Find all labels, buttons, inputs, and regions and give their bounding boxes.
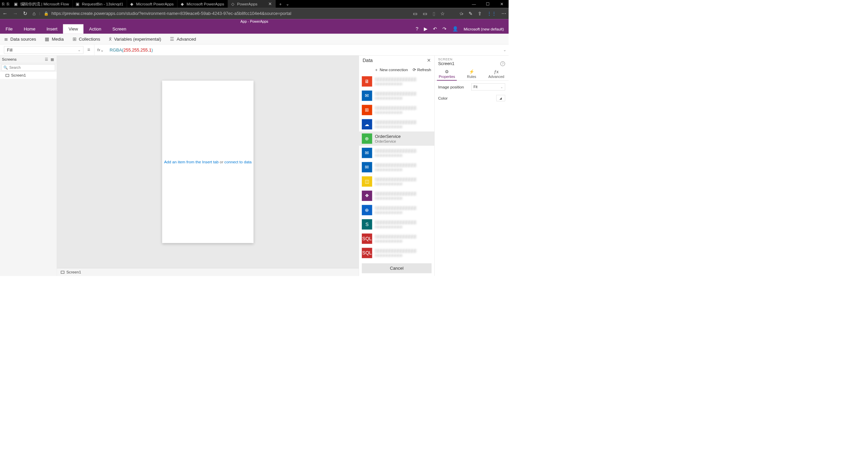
toolbar-data-sources[interactable]: ≣Data sources	[4, 36, 36, 42]
tree-item-label: Screen1	[11, 73, 26, 78]
refresh-button[interactable]: ↻	[23, 11, 27, 17]
screens-search[interactable]: 🔍 Search	[2, 64, 55, 71]
connector-orderservice[interactable]: ⊕OrderServiceOrderService	[359, 131, 434, 146]
connector-item[interactable]: ⊕	[359, 203, 434, 217]
connector-icon: S	[362, 219, 372, 229]
prop-tab-properties[interactable]: ⚙Properties	[435, 67, 459, 80]
refresh-connections-button[interactable]: ⟳Refresh	[413, 67, 431, 72]
ribbon-tab-file[interactable]: File	[0, 24, 18, 34]
user-icon[interactable]: 👤	[452, 26, 458, 32]
close-window-button[interactable]: ✕	[495, 0, 509, 8]
window-controls: — ☐ ✕	[467, 0, 509, 8]
help-button[interactable]: ?	[416, 26, 418, 32]
formula-input[interactable]: RGBA(255, 255, 255, 1)	[106, 44, 501, 55]
toolbar-icon: ▦	[45, 36, 49, 42]
connector-subtitle: OrderService	[375, 139, 401, 143]
property-selector[interactable]: Fill ⌄	[4, 46, 83, 54]
data-panel-title: Data	[362, 58, 373, 63]
prop-tab-advanced[interactable]: ƒxAdvanced	[484, 67, 509, 80]
browser-tab[interactable]: ◆Microsoft PowerApps	[127, 0, 178, 8]
forward-button[interactable]: →	[13, 11, 18, 17]
lock-icon: 🔒	[44, 11, 49, 16]
connector-icon: ☁	[362, 119, 372, 129]
tree-list-icon[interactable]: ☰	[45, 57, 48, 61]
toolbar-variables-experimental-[interactable]: x̄Variables (experimental)	[109, 36, 161, 42]
ribbon-tab-insert[interactable]: Insert	[41, 24, 63, 34]
tree-grid-icon[interactable]: ▦	[51, 57, 54, 61]
browser-tab[interactable]: ◆Microsoft PowerApps	[177, 0, 228, 8]
toolbar-advanced[interactable]: ☰Advanced	[170, 36, 196, 42]
share-icon[interactable]: ⇪	[478, 11, 482, 16]
more-icon[interactable]: ⋯	[501, 11, 506, 16]
hint-connect-link[interactable]: connect to data	[224, 160, 252, 164]
toolbar-label: Collections	[79, 37, 100, 42]
image-position-select[interactable]: Fit ⌄	[471, 83, 505, 90]
star-icon[interactable]: ☆	[440, 11, 445, 16]
redo-button[interactable]: ↷	[442, 26, 447, 32]
connector-item[interactable]: S	[359, 217, 434, 231]
undo-button[interactable]: ↶	[433, 26, 437, 32]
tree-item[interactable]: Screen1	[0, 72, 57, 79]
tab-label: 编辑你的流 | Microsoft Flow	[20, 1, 69, 7]
ribbon-tab-view[interactable]: View	[63, 24, 84, 34]
user-label[interactable]: Microsoft (new default)	[464, 27, 504, 31]
connector-icon: ⊕	[362, 205, 372, 215]
prop-tab-rules[interactable]: ⚡Rules	[459, 67, 484, 80]
close-tab-button[interactable]: ✕	[268, 1, 272, 6]
ribbon-tab-screen[interactable]: Screen	[107, 24, 132, 34]
ribbon-tab-home[interactable]: Home	[18, 24, 41, 34]
canvas: Add an item from the Insert tab or conne…	[57, 56, 359, 276]
new-tab-button[interactable]: ＋	[278, 1, 282, 7]
screens-pane: Screens ☰ ▦ 🔍 Search Screen1	[0, 56, 57, 276]
favorites-icon[interactable]: ☆̵	[459, 11, 463, 16]
minimize-button[interactable]: —	[467, 0, 481, 8]
new-connection-button[interactable]: ＋New connection	[374, 67, 408, 73]
color-picker[interactable]: ◢	[496, 95, 505, 101]
toolbar-icon: ≣	[4, 36, 8, 42]
connector-item[interactable]: ✉	[359, 88, 434, 103]
back-button[interactable]: ←	[2, 11, 7, 17]
notes-icon[interactable]: ▭	[423, 11, 427, 16]
tabs-chevron-icon[interactable]: ⌄	[286, 2, 289, 6]
screens-title: Screens	[2, 57, 17, 61]
connector-item[interactable]: SQL	[359, 231, 434, 246]
hint-insert-link[interactable]: Add an item from the Insert tab	[164, 160, 219, 164]
cancel-button[interactable]: Cancel	[362, 263, 432, 273]
pen-icon[interactable]: ✎	[469, 11, 473, 16]
fx-label[interactable]: fx ⌄	[94, 44, 106, 55]
connector-item[interactable]: ❖	[359, 189, 434, 203]
connector-item[interactable]: SQL	[359, 246, 434, 260]
browser-tab[interactable]: ◇PowerApps✕	[228, 0, 276, 8]
connector-item[interactable]: ✉	[359, 160, 434, 174]
connector-item[interactable]: ⊞	[359, 103, 434, 117]
connector-item[interactable]: 🖥	[359, 74, 434, 88]
toolbar-label: Media	[52, 37, 64, 42]
expand-formula-button[interactable]: ⌄	[501, 44, 509, 55]
connector-icon: ◫	[362, 176, 372, 186]
screen-preview[interactable]: Add an item from the Insert tab or conne…	[162, 81, 254, 243]
connector-item[interactable]: ✉	[359, 146, 434, 160]
toolbar-collections[interactable]: ⊞Collections	[73, 36, 100, 42]
hint-or: or	[219, 160, 224, 164]
maximize-button[interactable]: ☐	[481, 0, 495, 8]
favicon-icon: ◆	[180, 2, 184, 6]
books-icon[interactable]: ▯	[433, 11, 435, 16]
toolbar-media[interactable]: ▦Media	[45, 36, 64, 42]
reading-icon[interactable]: ▭	[413, 11, 417, 16]
status-screen-name: Screen1	[66, 270, 81, 274]
browser-tab[interactable]: ▣RequestBin - 13sknqd1	[73, 0, 127, 8]
url-field[interactable]: 🔒 https://preview.create.powerapps.com/s…	[44, 11, 410, 16]
play-button[interactable]: ▶	[424, 26, 428, 32]
status-bar: Screen1	[57, 268, 359, 276]
toolbar-icon: ☰	[170, 36, 174, 42]
connector-item[interactable]: ☁	[359, 117, 434, 131]
help-icon[interactable]: ?	[500, 61, 505, 66]
ribbon-tab-action[interactable]: Action	[83, 24, 107, 34]
close-data-panel-button[interactable]: ✕	[427, 58, 431, 63]
connector-item[interactable]: ◫	[359, 175, 434, 189]
sys-icon[interactable]: ⎘	[7, 2, 9, 6]
addons-icon[interactable]: ⋮⋮	[487, 11, 496, 16]
browser-tab[interactable]: ▣编辑你的流 | Microsoft Flow	[11, 0, 73, 8]
home-button[interactable]: ⌂	[33, 11, 36, 17]
sys-icon[interactable]: ⎘	[2, 2, 4, 6]
